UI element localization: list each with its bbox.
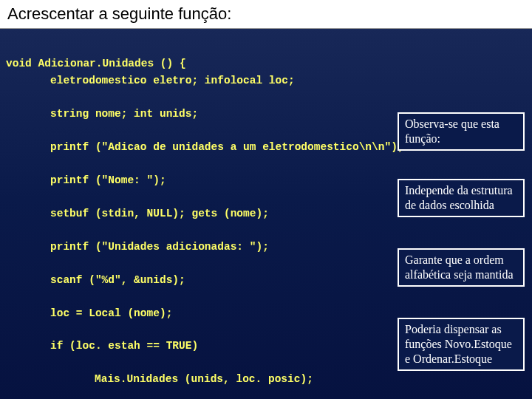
code-line: eletrodomestico eletro; infolocal loc; xyxy=(6,72,526,89)
code-line: void Adicionar.Unidades () { xyxy=(6,58,186,69)
code-line: Mais.Unidades (unids, loc. posic); xyxy=(6,371,526,387)
callout-box: Garante que a ordem alfabética seja mant… xyxy=(398,248,525,287)
callout-box: Independe da estrutura de dados escolhid… xyxy=(398,179,525,217)
callout-box: Poderia dispensar as funções Novo.Estoqu… xyxy=(398,318,525,371)
slide-title: Acrescentar a seguinte função: xyxy=(0,0,532,29)
callout-box: Observa-se que esta função: xyxy=(398,112,525,151)
